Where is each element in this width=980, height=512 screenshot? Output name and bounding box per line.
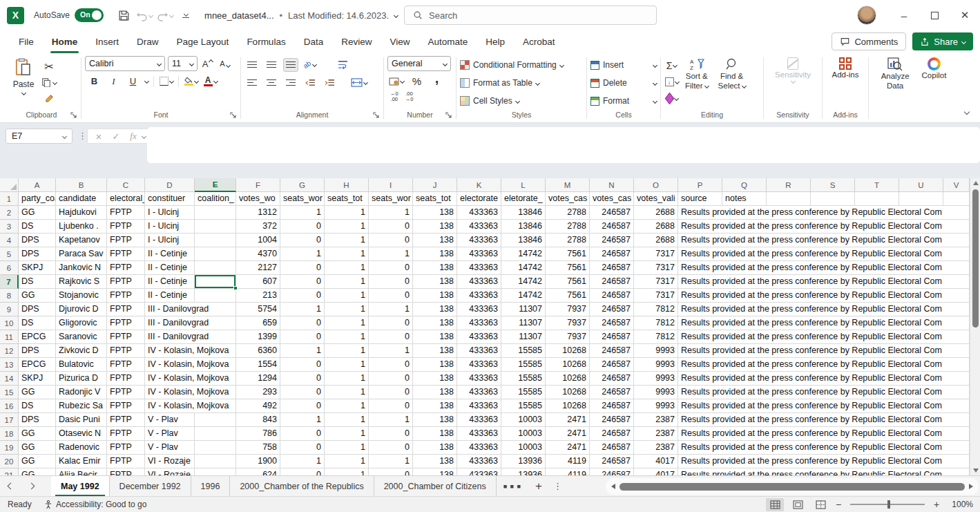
cell-F1[interactable]: votes_wo xyxy=(236,192,280,206)
collapse-ribbon-button[interactable] xyxy=(965,104,969,117)
sheet-tab-december-1992[interactable]: December 1992 xyxy=(110,476,191,496)
cell-F5[interactable]: 4370 xyxy=(236,247,280,261)
tab-formulas[interactable]: Formulas xyxy=(238,30,294,53)
format-painter-button[interactable] xyxy=(41,91,57,105)
row-header-4[interactable]: 4 xyxy=(0,234,19,247)
cell-C15[interactable]: FPTP xyxy=(107,386,145,399)
cell-P3[interactable]: Results provided at the press conference… xyxy=(678,220,970,234)
increase-decimal-button[interactable]: ←0.00 xyxy=(390,91,398,102)
cell-J6[interactable]: 138 xyxy=(413,261,457,275)
cell-B16[interactable]: Rubezic Sa xyxy=(56,399,107,413)
clipboard-dialog-launcher[interactable] xyxy=(70,112,77,120)
font-dialog-launcher[interactable] xyxy=(229,112,237,120)
font-size-select[interactable]: 11 xyxy=(168,56,198,71)
cell-C14[interactable]: FPTP xyxy=(107,372,145,386)
enter-button[interactable]: ✓ xyxy=(108,131,124,142)
cell-D20[interactable]: VI - Rozaje xyxy=(145,455,195,468)
cell-L11[interactable]: 11307 xyxy=(501,330,546,344)
cell-P12[interactable]: Results provided at the press conference… xyxy=(678,344,970,358)
tab-data[interactable]: Data xyxy=(295,30,333,53)
cell-N1[interactable]: votes_cas xyxy=(590,192,634,206)
cell-G10[interactable]: 0 xyxy=(280,316,325,330)
cell-J8[interactable]: 138 xyxy=(413,289,457,303)
cell-M10[interactable]: 7937 xyxy=(546,316,590,330)
comma-style-button[interactable]: , xyxy=(430,74,444,88)
cell-H9[interactable]: 1 xyxy=(325,303,369,316)
row-header-11[interactable]: 11 xyxy=(0,330,19,344)
cell-M8[interactable]: 7561 xyxy=(546,289,590,303)
cell-N3[interactable]: 246587 xyxy=(590,220,634,234)
cell-O5[interactable]: 7317 xyxy=(634,247,678,261)
cell-D11[interactable]: III - Danilovgrad xyxy=(145,330,236,344)
cell-F20[interactable]: 1900 xyxy=(236,455,280,468)
close-button[interactable]: ✕ xyxy=(950,0,980,30)
cell-H1[interactable]: seats_tot xyxy=(325,192,369,206)
column-header-V[interactable]: V xyxy=(943,178,970,192)
cell-F15[interactable]: 293 xyxy=(236,386,280,399)
cell-G13[interactable]: 0 xyxy=(280,358,325,372)
cell-N21[interactable]: 246587 xyxy=(590,468,634,475)
cell-A9[interactable]: DPS xyxy=(19,303,56,316)
cell-G6[interactable]: 0 xyxy=(280,261,325,275)
cell-K9[interactable]: 433363 xyxy=(457,303,501,316)
cell-O11[interactable]: 7812 xyxy=(634,330,678,344)
cell-J2[interactable]: 138 xyxy=(413,206,457,220)
cell-C8[interactable]: FPTP xyxy=(107,289,145,303)
cell-L4[interactable]: 13846 xyxy=(501,234,546,247)
tab-help[interactable]: Help xyxy=(477,30,514,53)
cell-Q1[interactable]: notes xyxy=(722,192,767,206)
select-all-corner[interactable] xyxy=(0,178,19,192)
cell-B10[interactable]: Gligorovic xyxy=(56,316,107,330)
maximize-button[interactable] xyxy=(919,0,950,30)
cell-K20[interactable]: 433363 xyxy=(457,455,501,468)
fill-color-button[interactable] xyxy=(184,74,198,88)
sort-filter-button[interactable]: AZ Sort & Filter xyxy=(682,56,712,111)
cell-M14[interactable]: 10268 xyxy=(546,372,590,386)
cell-I12[interactable]: 1 xyxy=(369,344,413,358)
filename[interactable]: mnee_dataset4... xyxy=(204,10,273,21)
cell-F13[interactable]: 1554 xyxy=(236,358,280,372)
align-right-button[interactable] xyxy=(283,76,298,90)
cell-E18[interactable] xyxy=(195,427,236,441)
format-as-table-button[interactable]: Format as Table xyxy=(460,75,583,91)
cell-N18[interactable]: 246587 xyxy=(590,427,634,441)
cell-L3[interactable]: 13846 xyxy=(501,220,546,234)
cell-D19[interactable]: V - Plav xyxy=(145,441,195,455)
sheet-options-button[interactable]: ⋮ xyxy=(549,476,566,496)
cell-D10[interactable]: III - Danilovgrad xyxy=(145,316,236,330)
cell-H2[interactable]: 1 xyxy=(325,206,369,220)
cell-M17[interactable]: 2471 xyxy=(546,413,590,427)
cell-M18[interactable]: 2471 xyxy=(546,427,590,441)
row-header-19[interactable]: 19 xyxy=(0,441,19,455)
sheet-tab-1996[interactable]: 1996 xyxy=(191,476,231,496)
cell-K6[interactable]: 433363 xyxy=(457,261,501,275)
cell-P17[interactable]: Results provided at the press conference… xyxy=(678,413,970,427)
cell-I11[interactable]: 0 xyxy=(369,330,413,344)
cell-K10[interactable]: 433363 xyxy=(457,316,501,330)
percent-style-button[interactable]: % xyxy=(410,74,424,88)
cell-N19[interactable]: 246587 xyxy=(590,441,634,455)
sheet-tab-2000_chamber-of-citizens[interactable]: 2000_Chamber of Citizens xyxy=(374,476,497,496)
cell-B7[interactable]: Rajkovic S xyxy=(56,275,107,289)
cell-N10[interactable]: 246587 xyxy=(590,316,634,330)
column-header-N[interactable]: N xyxy=(590,178,634,192)
underline-chevron-icon[interactable] xyxy=(144,79,149,84)
cell-A6[interactable]: SKPJ xyxy=(19,261,56,275)
cell-N12[interactable]: 246587 xyxy=(590,344,634,358)
cell-O16[interactable]: 9993 xyxy=(634,399,678,413)
cell-N14[interactable]: 246587 xyxy=(590,372,634,386)
cell-C7[interactable]: FPTP xyxy=(107,275,145,289)
page-break-view-button[interactable] xyxy=(811,498,829,511)
decrease-decimal-button[interactable]: .00→0 xyxy=(405,91,414,102)
cell-L13[interactable]: 15585 xyxy=(501,358,546,372)
cell-C2[interactable]: FPTP xyxy=(107,206,145,220)
cell-M16[interactable]: 10268 xyxy=(546,399,590,413)
delete-cells-button[interactable]: Delete xyxy=(590,75,657,91)
cell-J21[interactable]: 138 xyxy=(413,468,457,475)
cell-C11[interactable]: FPTP xyxy=(107,330,145,344)
vertical-scrollbar[interactable] xyxy=(970,178,980,475)
cell-L18[interactable]: 10003 xyxy=(501,427,546,441)
cell-A15[interactable]: GG xyxy=(19,386,56,399)
zoom-in-button[interactable]: + xyxy=(932,499,941,510)
cell-G21[interactable]: 0 xyxy=(280,468,325,475)
